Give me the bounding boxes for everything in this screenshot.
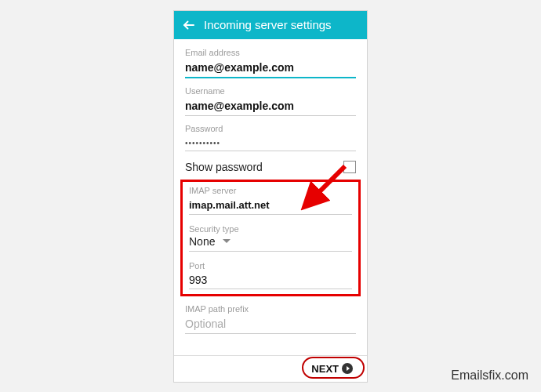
back-arrow-icon[interactable] bbox=[182, 18, 196, 32]
imap-prefix-group: IMAP path prefix bbox=[185, 304, 356, 334]
next-button-label: NEXT bbox=[311, 363, 339, 375]
security-type-label: Security type bbox=[189, 224, 352, 234]
phone-frame: Incoming server settings Email address U… bbox=[173, 10, 368, 383]
password-label: Password bbox=[185, 124, 356, 133]
username-group: Username bbox=[185, 86, 356, 116]
show-password-checkbox[interactable] bbox=[343, 161, 356, 173]
imap-prefix-label: IMAP path prefix bbox=[185, 304, 356, 314]
highlight-box: IMAP server Security type None Port bbox=[180, 180, 361, 296]
port-input[interactable] bbox=[189, 272, 352, 289]
password-group: Password bbox=[185, 124, 356, 151]
page-title: Incoming server settings bbox=[204, 18, 332, 31]
port-label: Port bbox=[189, 261, 352, 270]
email-group: Email address bbox=[185, 48, 356, 78]
imap-server-input[interactable] bbox=[189, 197, 352, 215]
username-label: Username bbox=[185, 86, 356, 96]
show-password-row: Show password bbox=[185, 161, 356, 173]
footer: NEXT bbox=[174, 355, 367, 382]
security-type-value: None bbox=[189, 235, 215, 248]
imap-server-label: IMAP server bbox=[189, 186, 352, 195]
security-type-select[interactable]: None bbox=[189, 235, 352, 252]
titlebar: Incoming server settings bbox=[174, 11, 367, 39]
imap-prefix-input[interactable] bbox=[185, 315, 356, 334]
form-content: Email address Username Password Show pas… bbox=[174, 39, 367, 355]
chevron-right-icon bbox=[342, 363, 353, 374]
next-button[interactable]: NEXT bbox=[307, 361, 358, 376]
email-label: Email address bbox=[185, 48, 356, 57]
username-input[interactable] bbox=[185, 97, 356, 116]
show-password-label: Show password bbox=[185, 161, 263, 173]
email-input[interactable] bbox=[185, 59, 356, 78]
watermark: Emailsfix.com bbox=[451, 368, 528, 383]
port-group: Port bbox=[189, 261, 352, 289]
password-input[interactable] bbox=[185, 136, 356, 151]
dropdown-arrow-icon bbox=[223, 239, 231, 243]
security-type-group: Security type None bbox=[189, 224, 352, 252]
imap-server-group: IMAP server bbox=[189, 186, 352, 215]
